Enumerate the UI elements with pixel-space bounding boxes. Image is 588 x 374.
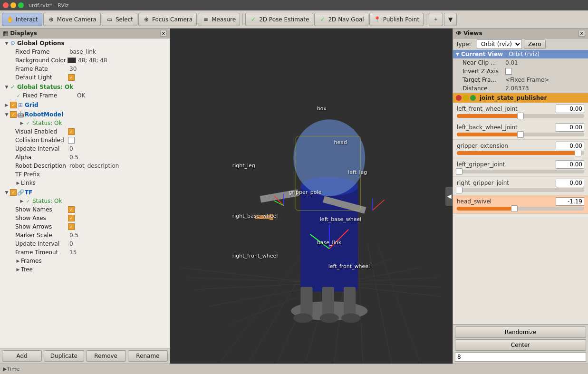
background-color-row[interactable]: Background Color 48; 48; 48 — [0, 56, 170, 65]
toolbar-extra-btn[interactable]: ▼ — [444, 13, 457, 26]
window-controls[interactable] — [3, 2, 24, 8]
views-type-select[interactable]: Orbit (rviz) — [477, 39, 522, 49]
focus-camera-button[interactable]: ⊕ Focus Camera — [138, 13, 197, 26]
displays-title-label: Displays — [10, 30, 37, 37]
default-light-checkbox[interactable]: ✓ — [67, 74, 75, 81]
show-axes-checkbox[interactable]: ✓ — [67, 214, 75, 222]
visual-enabled-row[interactable]: Visual Enabled ✓ — [0, 127, 170, 136]
visual-enabled-checkbox[interactable]: ✓ — [67, 128, 75, 135]
measure-button[interactable]: ≡ Measure — [198, 13, 240, 26]
robot-status-arrow: ▶ — [19, 121, 25, 125]
joint-thumb-head_swivel[interactable] — [511, 205, 518, 212]
joint-slider-right_gripper_joint[interactable] — [457, 188, 584, 192]
jsp-min-btn[interactable] — [463, 95, 469, 101]
robot-model-row[interactable]: ▼ ✓ 🤖 RobotModel — [0, 110, 170, 119]
alpha-row[interactable]: Alpha 0.5 — [0, 153, 170, 162]
joint-value-gripper_extension[interactable] — [556, 142, 584, 150]
displays-title: ▦ Displays — [3, 30, 37, 37]
global-options-label: Global Options — [17, 40, 65, 47]
svg-rect-19 — [300, 287, 312, 316]
links-row[interactable]: ▶ Links — [0, 179, 170, 187]
joint-thumb-left_back_wheel_joint[interactable] — [517, 131, 524, 138]
joint-value-head_swivel[interactable] — [556, 197, 584, 206]
frame-timeout-row[interactable]: Frame Timeout 15 — [0, 248, 170, 257]
joint-row-left_back_wheel_joint: left_back_wheel_joint — [453, 121, 588, 140]
nav-goal-button[interactable]: ✓ 2D Nav Goal — [314, 13, 368, 26]
gs-fixed-frame-value: OK — [77, 92, 85, 99]
update-interval-row[interactable]: Update Interval 0 — [0, 144, 170, 153]
svg-point-23 — [320, 313, 339, 323]
distance-row: Distance 2.08373 — [453, 84, 588, 93]
collision-enabled-row[interactable]: Collision Enabled — [0, 136, 170, 144]
joint-thumb-left_front_wheel_joint[interactable] — [517, 113, 524, 119]
rename-button[interactable]: Rename — [128, 350, 168, 362]
jsp-close-btn[interactable] — [456, 95, 462, 101]
tf-update-interval-row[interactable]: Update Interval 0 — [0, 240, 170, 248]
jsp-window-controls[interactable] — [456, 95, 476, 101]
viewport-collapse-btn[interactable]: ◀ — [445, 187, 453, 206]
3d-viewport[interactable]: box head right_leg left_leg gripper_pole… — [170, 29, 453, 364]
show-names-row[interactable]: Show Names ✓ — [0, 205, 170, 214]
randomize-button[interactable]: Randomize — [455, 326, 586, 338]
views-header: 👁 Views ✕ — [453, 29, 588, 38]
show-arrows-checkbox[interactable]: ✓ — [67, 223, 75, 230]
duplicate-button[interactable]: Duplicate — [44, 350, 84, 362]
global-status-fixed-frame-row[interactable]: ✓ Fixed Frame OK — [0, 91, 170, 100]
displays-close-btn[interactable]: ✕ — [160, 30, 167, 37]
remove-button[interactable]: Remove — [86, 350, 126, 362]
invert-z-checkbox[interactable] — [505, 68, 512, 75]
joint-value-left_front_wheel_joint[interactable] — [556, 105, 584, 113]
jsp-rate-input[interactable] — [455, 352, 586, 362]
default-light-row[interactable]: Default Light ✓ — [0, 73, 170, 82]
robot-desc-row[interactable]: Robot Description robot_description — [0, 162, 170, 170]
tf-status-row[interactable]: ▶ ✓ Status: Ok — [0, 197, 170, 205]
tf-checkbox[interactable]: ✓ — [10, 189, 17, 196]
show-arrows-row[interactable]: Show Arrows ✓ — [0, 222, 170, 231]
add-toolbar-btn[interactable]: ＋ — [429, 13, 443, 26]
joint-thumb-left_gripper_joint[interactable] — [456, 168, 463, 175]
pose-estimate-label: 2D Pose Estimate — [259, 16, 309, 23]
global-status-row[interactable]: ▼ ✓ Global Status: Ok — [0, 83, 170, 91]
robot-scene[interactable]: box head right_leg left_leg gripper_pole… — [170, 29, 453, 364]
robot-model-checkbox[interactable]: ✓ — [10, 111, 17, 118]
joint-slider-head_swivel[interactable] — [457, 207, 584, 211]
joint-value-left_gripper_joint[interactable] — [556, 160, 584, 169]
move-camera-button[interactable]: ⊕ Move Camera — [43, 13, 101, 26]
minimize-btn[interactable] — [10, 2, 16, 8]
show-names-checkbox[interactable]: ✓ — [67, 206, 75, 213]
robot-status-row[interactable]: ▶ ✓ Status: Ok — [0, 119, 170, 127]
tf-prefix-row[interactable]: TF Prefix — [0, 170, 170, 179]
displays-buttons: Add Duplicate Remove Rename — [0, 348, 170, 364]
joint-slider-left_gripper_joint[interactable] — [457, 170, 584, 173]
pose-estimate-button[interactable]: ✓ 2D Pose Estimate — [245, 13, 313, 26]
close-btn[interactable] — [3, 2, 9, 8]
frame-rate-row[interactable]: Frame Rate 30 — [0, 65, 170, 73]
grid-row[interactable]: ▶ ✓ ⊞ Grid — [0, 101, 170, 109]
joint-value-right_gripper_joint[interactable] — [556, 179, 584, 187]
frames-row[interactable]: ▶ Frames — [0, 257, 170, 265]
marker-scale-row[interactable]: Marker Scale 0.5 — [0, 231, 170, 240]
maximize-btn[interactable] — [18, 2, 24, 8]
joint-track-head_swivel — [457, 207, 584, 211]
joint-slider-left_back_wheel_joint[interactable] — [457, 133, 584, 136]
select-button[interactable]: ▭ Select — [102, 13, 137, 26]
show-axes-row[interactable]: Show Axes ✓ — [0, 214, 170, 222]
grid-checkbox[interactable]: ✓ — [10, 101, 17, 109]
joint-slider-gripper_extension[interactable] — [457, 151, 584, 155]
center-button[interactable]: Center — [455, 339, 586, 351]
views-close-btn[interactable]: ✕ — [578, 30, 585, 37]
collision-enabled-checkbox[interactable] — [67, 136, 75, 144]
joint-thumb-right_gripper_joint[interactable] — [456, 187, 463, 193]
joint-slider-left_front_wheel_joint[interactable] — [457, 114, 584, 118]
tf-row[interactable]: ▼ ✓ 🔗 TF — [0, 188, 170, 197]
add-button[interactable]: Add — [2, 350, 42, 362]
publish-point-button[interactable]: 📍 Publish Point — [369, 13, 424, 26]
tree-row[interactable]: ▶ Tree — [0, 265, 170, 274]
views-zero-btn[interactable]: Zero — [524, 39, 546, 49]
jsp-max-btn[interactable] — [470, 95, 476, 101]
global-options-row[interactable]: ▼ ⚙ Global Options — [0, 39, 170, 48]
interact-button[interactable]: ✋ Interact — [2, 13, 42, 26]
fixed-frame-row[interactable]: Fixed Frame base_link — [0, 48, 170, 56]
joint-thumb-gripper_extension[interactable] — [575, 150, 581, 156]
joint-value-left_back_wheel_joint[interactable] — [556, 123, 584, 132]
